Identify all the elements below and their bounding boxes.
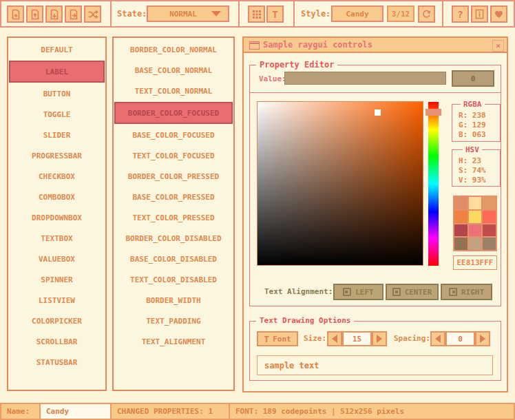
hex-value-box[interactable]: EE813FFF	[453, 255, 497, 270]
list-item[interactable]: BUTTON	[8, 83, 105, 104]
align-right-button[interactable]: RIGHT	[441, 284, 492, 300]
hue-bar[interactable]	[428, 102, 439, 266]
font-button[interactable]: T Font	[257, 331, 298, 346]
list-item[interactable]: TOGGLE	[8, 104, 105, 125]
grid-toggle-button[interactable]	[248, 6, 265, 23]
reload-style-button[interactable]	[418, 6, 435, 23]
font-button-text: Font	[273, 335, 291, 344]
list-item[interactable]: PROGRESSBAR	[8, 145, 105, 166]
list-item[interactable]: BASE_COLOR_DISABLED	[114, 249, 233, 269]
size-value-box[interactable]: 15	[342, 331, 372, 346]
state-dropdown[interactable]: NORMAL	[147, 6, 229, 22]
size-label: Size:	[304, 331, 326, 346]
style-color-palette[interactable]	[453, 196, 497, 251]
list-item[interactable]: BORDER_COLOR_PRESSED	[114, 166, 233, 187]
spacing-increase-button[interactable]	[475, 331, 490, 346]
color-value-row: S: 74%	[452, 166, 500, 176]
color-value-row: B: 063	[452, 130, 500, 140]
text-icon: T	[272, 9, 277, 20]
value-slider[interactable]	[284, 72, 446, 85]
list-item[interactable]: TEXT_PADDING	[114, 311, 233, 331]
list-item[interactable]: TEXTBOX	[8, 228, 105, 249]
list-item[interactable]: COLORPICKER	[8, 311, 105, 331]
text-preview-toggle-button[interactable]: T	[266, 6, 284, 23]
info-button[interactable]	[471, 6, 488, 23]
sponsor-button[interactable]	[490, 6, 507, 23]
list-item[interactable]: BASE_COLOR_PRESSED	[114, 187, 233, 207]
list-item[interactable]: CHECKBOX	[8, 166, 105, 187]
palette-swatch[interactable]	[469, 224, 482, 237]
property-editor-title: Property Editor	[256, 60, 337, 70]
font-info-status: FONT: 189 codepoints | 512x256 pixels	[229, 403, 515, 420]
color-value-row: V: 93%	[452, 176, 500, 185]
style-name-button[interactable]: Candy	[331, 6, 383, 22]
palette-swatch[interactable]	[454, 224, 467, 237]
window-titlebar[interactable]: Sample raygui controls ×	[244, 38, 507, 53]
palette-swatch[interactable]	[483, 211, 496, 223]
list-item[interactable]: LABEL	[9, 61, 105, 83]
palette-swatch[interactable]	[483, 197, 496, 209]
align-left-button[interactable]: LEFT	[333, 284, 383, 300]
value-box[interactable]: 0	[452, 70, 494, 87]
list-item[interactable]: BORDER_COLOR_NORMAL	[114, 39, 233, 60]
random-style-button[interactable]	[84, 6, 101, 23]
list-item[interactable]: STATUSBAR	[8, 352, 105, 372]
list-item[interactable]: BORDER_COLOR_FOCUSED	[114, 102, 233, 124]
load-style-button[interactable]	[26, 6, 43, 23]
list-item[interactable]: BASE_COLOR_NORMAL	[114, 60, 233, 81]
spacing-label: Spacing:	[394, 331, 430, 346]
style-name-value: Candy	[346, 10, 368, 19]
load-file-icon	[30, 9, 41, 20]
help-button[interactable]: ?	[452, 6, 469, 23]
align-left-icon	[343, 288, 351, 296]
palette-swatch[interactable]	[469, 211, 482, 223]
list-item[interactable]: TEXT_COLOR_PRESSED	[114, 207, 233, 228]
controls-listview[interactable]: DEFAULTLABELBUTTONTOGGLESLIDERPROGRESSBA…	[7, 36, 107, 391]
new-style-button[interactable]	[7, 6, 24, 23]
style-name-input[interactable]: Candy	[39, 403, 112, 420]
color-picker-panel[interactable]	[257, 101, 423, 266]
properties-listview[interactable]: BORDER_COLOR_NORMALBASE_COLOR_NORMALTEXT…	[112, 36, 235, 391]
font-T-icon: T	[264, 334, 269, 344]
list-item[interactable]: SCROLLBAR	[8, 331, 105, 352]
question-icon: ?	[457, 9, 463, 20]
list-item[interactable]: TEXT_COLOR_FOCUSED	[114, 145, 233, 166]
spacing-decrease-button[interactable]	[430, 331, 445, 346]
list-item[interactable]: VALUEBOX	[8, 249, 105, 269]
list-item[interactable]: TEXT_COLOR_NORMAL	[114, 81, 233, 101]
size-increase-button[interactable]	[372, 331, 387, 346]
hsv-title: HSV	[463, 145, 482, 154]
export-style-button[interactable]	[65, 6, 82, 23]
align-center-button[interactable]: CENTER	[386, 284, 439, 300]
list-item[interactable]: COMBOBOX	[8, 187, 105, 207]
palette-swatch[interactable]	[454, 197, 467, 209]
palette-swatch[interactable]	[469, 238, 482, 250]
hue-bar-cursor[interactable]	[425, 109, 441, 116]
list-item[interactable]: BASE_COLOR_FOCUSED	[114, 125, 233, 145]
list-item[interactable]: DEFAULT	[8, 39, 105, 60]
export-file-icon	[68, 9, 79, 20]
size-decrease-button[interactable]	[327, 331, 342, 346]
new-file-icon	[10, 9, 21, 20]
list-item[interactable]: TEXT_ALIGNMENT	[114, 331, 233, 352]
palette-swatch[interactable]	[454, 238, 467, 250]
save-style-button[interactable]	[45, 6, 63, 23]
list-item[interactable]: BORDER_COLOR_DISABLED	[114, 228, 233, 249]
sample-text-input[interactable]: sample text	[257, 355, 493, 375]
align-center-icon	[392, 288, 401, 296]
close-icon[interactable]: ×	[492, 40, 504, 52]
color-picker-cursor[interactable]	[375, 109, 381, 116]
list-item[interactable]: DROPDOWNBOX	[8, 207, 105, 228]
list-item[interactable]: BORDER_WIDTH	[114, 290, 233, 311]
palette-swatch[interactable]	[483, 224, 496, 237]
list-item[interactable]: SPINNER	[8, 269, 105, 290]
style-label: Style:	[301, 6, 330, 23]
spacing-value-box[interactable]: 0	[445, 331, 475, 346]
shuffle-icon	[87, 9, 98, 20]
list-item[interactable]: TEXT_COLOR_DISABLED	[114, 269, 233, 290]
palette-swatch[interactable]	[454, 211, 467, 223]
list-item[interactable]: SLIDER	[8, 125, 105, 145]
palette-swatch[interactable]	[469, 197, 482, 209]
list-item[interactable]: LISTVIEW	[8, 290, 105, 311]
palette-swatch[interactable]	[483, 238, 496, 250]
